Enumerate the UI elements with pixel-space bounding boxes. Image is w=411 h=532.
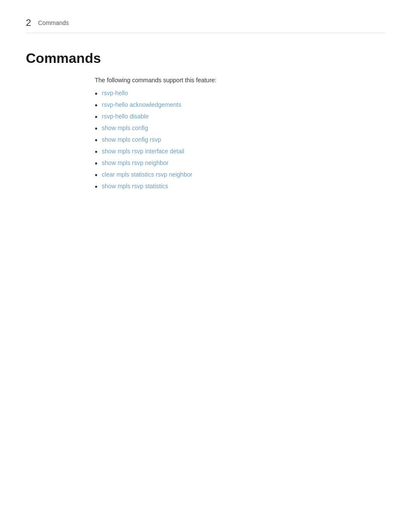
- intro-text: The following commands support this feat…: [95, 77, 385, 84]
- list-item: •show mpls config rsvp: [95, 136, 385, 144]
- command-link-2[interactable]: rsvp-hello disable: [102, 113, 149, 120]
- command-link-5[interactable]: show mpls rsvp interface detail: [102, 148, 184, 155]
- bullet-icon: •: [95, 148, 97, 156]
- commands-list: •rsvp-hello•rsvp-hello acknowledgements•…: [95, 90, 385, 191]
- list-item: •rsvp-hello acknowledgements: [95, 101, 385, 109]
- page-title: Commands: [26, 50, 385, 66]
- content-area: The following commands support this feat…: [26, 77, 385, 191]
- command-link-3[interactable]: show mpls config: [102, 124, 148, 131]
- bullet-icon: •: [95, 102, 97, 109]
- chapter-number: 2: [26, 17, 31, 28]
- bullet-icon: •: [95, 183, 97, 191]
- command-link-4[interactable]: show mpls config rsvp: [102, 136, 161, 143]
- bullet-icon: •: [95, 137, 97, 144]
- list-item: •show mpls rsvp interface detail: [95, 148, 385, 156]
- bullet-icon: •: [95, 113, 97, 121]
- command-link-7[interactable]: clear mpls statistics rsvp neighbor: [102, 171, 192, 178]
- bullet-icon: •: [95, 125, 97, 133]
- command-link-6[interactable]: show mpls rsvp neighbor: [102, 159, 168, 166]
- command-link-1[interactable]: rsvp-hello acknowledgements: [102, 101, 181, 108]
- header-bar: 2 Commands: [26, 17, 385, 33]
- header-chapter-title: Commands: [38, 19, 69, 26]
- list-item: •rsvp-hello: [95, 90, 385, 98]
- bullet-icon: •: [95, 160, 97, 168]
- command-link-8[interactable]: show mpls rsvp statistics: [102, 183, 168, 190]
- list-item: •show mpls config: [95, 124, 385, 133]
- list-item: •show mpls rsvp neighbor: [95, 159, 385, 168]
- page-container: 2 Commands Commands The following comman…: [0, 0, 411, 212]
- list-item: •clear mpls statistics rsvp neighbor: [95, 171, 385, 179]
- bullet-icon: •: [95, 171, 97, 179]
- list-item: •show mpls rsvp statistics: [95, 183, 385, 191]
- bullet-icon: •: [95, 90, 97, 98]
- list-item: •rsvp-hello disable: [95, 113, 385, 121]
- command-link-0[interactable]: rsvp-hello: [102, 90, 128, 96]
